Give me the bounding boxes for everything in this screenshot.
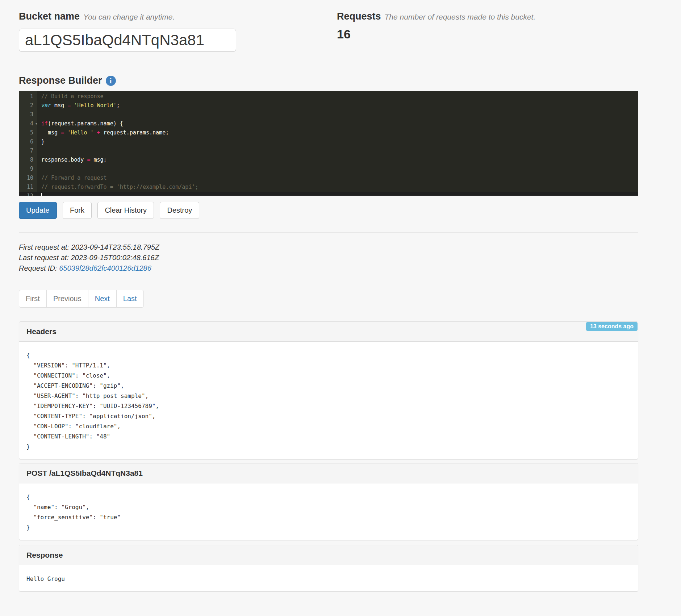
request-meta: First request at: 2023-09-14T23:55:18.79… [19, 242, 638, 274]
request-id-link[interactable]: 65039f28d62fc400126d1286 [59, 264, 151, 272]
headers-panel-heading: Headers [19, 322, 638, 342]
code-line-content: var msg = 'Hello World'; [37, 101, 120, 110]
post-panel-body: { "name": "Grogu", "force_sensitive": "t… [19, 483, 638, 540]
code-line-content: if(request.params.name) { [37, 119, 123, 128]
gutter-line-number: 10 [19, 174, 37, 183]
pagination-next-button[interactable]: Next [88, 290, 117, 308]
requests-label-row: RequestsThe number of requests made to t… [337, 11, 638, 22]
post-panel: POST /aL1QS5IbaQd4NTqN3a81 { "name": "Gr… [19, 463, 638, 540]
page: Bucket nameYou can change it anytime. Re… [19, 0, 638, 603]
gutter-line-number: 12 [19, 192, 37, 196]
code-line-content [37, 146, 41, 155]
text-cursor [41, 193, 42, 196]
last-request-at: Last request at: 2023-09-15T00:02:48.616… [19, 253, 638, 263]
response-panel-title: Response [26, 551, 63, 559]
requests-count: 16 [337, 27, 638, 41]
code-line[interactable]: 1// Build a response [19, 92, 638, 101]
pagination: FirstPreviousNextLast [19, 290, 144, 308]
top-row: Bucket nameYou can change it anytime. Re… [19, 0, 638, 52]
request-id-row: Request ID: 65039f28d62fc400126d1286 [19, 263, 638, 274]
post-panel-heading: POST /aL1QS5IbaQd4NTqN3a81 [19, 463, 638, 483]
bucket-name-hint: You can change it anytime. [83, 13, 175, 21]
post-panel-title: POST /aL1QS5IbaQd4NTqN3a81 [26, 469, 143, 477]
code-line-content: // request.forwardTo = 'http://example.c… [37, 183, 198, 192]
gutter-line-number: 6 [19, 137, 37, 146]
code-line-content [37, 192, 42, 196]
code-line[interactable]: 2var msg = 'Hello World'; [19, 101, 638, 110]
code-line[interactable]: 3 [19, 110, 638, 119]
code-editor[interactable]: 1// Build a response2var msg = 'Hello Wo… [19, 91, 638, 196]
gutter-line-number: 3 [19, 110, 37, 119]
code-line[interactable]: 8response.body = msg; [19, 155, 638, 165]
builder-buttons: Update Fork Clear History Destroy [19, 202, 638, 219]
code-line[interactable]: 5 msg = 'Hello ' + request.params.name; [19, 128, 638, 137]
response-panel: Response Hello Grogu [19, 545, 638, 592]
code-line-content: // Forward a request [37, 174, 107, 183]
code-line-content: response.body = msg; [37, 155, 107, 165]
requests-label: Requests [337, 11, 381, 22]
headers-json: { "VERSION": "HTTP/1.1", "CONNECTION": "… [19, 342, 638, 459]
divider [19, 232, 638, 233]
code-line[interactable]: 6} [19, 137, 638, 146]
time-ago-badge: 13 seconds ago [586, 322, 638, 331]
requests-hint: The number of requests made to this buck… [385, 13, 536, 21]
code-line-content: msg = 'Hello ' + request.params.name; [37, 128, 169, 137]
first-request-at: First request at: 2023-09-14T23:55:18.79… [19, 242, 638, 253]
bucket-name-input[interactable] [19, 29, 236, 52]
bucket-label-row: Bucket nameYou can change it anytime. [19, 11, 337, 22]
code-line[interactable]: 11// request.forwardTo = 'http://example… [19, 183, 638, 192]
bottom-divider [19, 603, 638, 603]
gutter-line-number: 7 [19, 146, 37, 155]
clear-history-button[interactable]: Clear History [97, 202, 154, 219]
gutter-line-number: 8 [19, 155, 37, 165]
gutter-line-number: 4▾ [19, 119, 37, 128]
fold-arrow-icon[interactable]: ▾ [35, 119, 38, 128]
gutter-line-number: 5 [19, 128, 37, 137]
destroy-button[interactable]: Destroy [160, 202, 199, 219]
pagination-previous-button[interactable]: Previous [46, 290, 88, 308]
post-json: { "name": "Grogu", "force_sensitive": "t… [19, 483, 638, 540]
response-builder-title: Response Builder [19, 75, 102, 86]
request-id-label: Request ID: [19, 264, 59, 272]
fork-button[interactable]: Fork [63, 202, 92, 219]
code-line-content [37, 165, 41, 174]
response-panel-heading: Response [19, 545, 638, 565]
code-line-content [37, 110, 41, 119]
headers-panel: 13 seconds ago Headers { "VERSION": "HTT… [19, 321, 638, 459]
headers-panel-body: { "VERSION": "HTTP/1.1", "CONNECTION": "… [19, 342, 638, 459]
code-line[interactable]: 12 [19, 192, 638, 196]
response-builder-title-row: Response Builder i [19, 75, 638, 86]
code-line[interactable]: 4▾if(request.params.name) { [19, 119, 638, 128]
code-line-content: } [37, 137, 45, 146]
code-line-content: // Build a response [37, 92, 104, 101]
response-text: Hello Grogu [19, 565, 638, 591]
response-panel-body: Hello Grogu [19, 565, 638, 591]
update-button[interactable]: Update [19, 202, 57, 219]
code-line[interactable]: 10// Forward a request [19, 174, 638, 183]
info-icon[interactable]: i [106, 76, 116, 86]
code-line[interactable]: 7 [19, 146, 638, 155]
gutter-line-number: 9 [19, 165, 37, 174]
pagination-first-button[interactable]: First [19, 290, 47, 308]
gutter-line-number: 1 [19, 92, 37, 101]
pagination-last-button[interactable]: Last [116, 290, 144, 308]
gutter-line-number: 2 [19, 101, 37, 110]
headers-panel-title: Headers [26, 327, 57, 336]
bucket-name-label: Bucket name [19, 11, 80, 22]
gutter-line-number: 11 [19, 183, 37, 192]
code-line[interactable]: 9 [19, 165, 638, 174]
bucket-section: Bucket nameYou can change it anytime. [19, 11, 337, 52]
requests-section: RequestsThe number of requests made to t… [337, 11, 638, 52]
